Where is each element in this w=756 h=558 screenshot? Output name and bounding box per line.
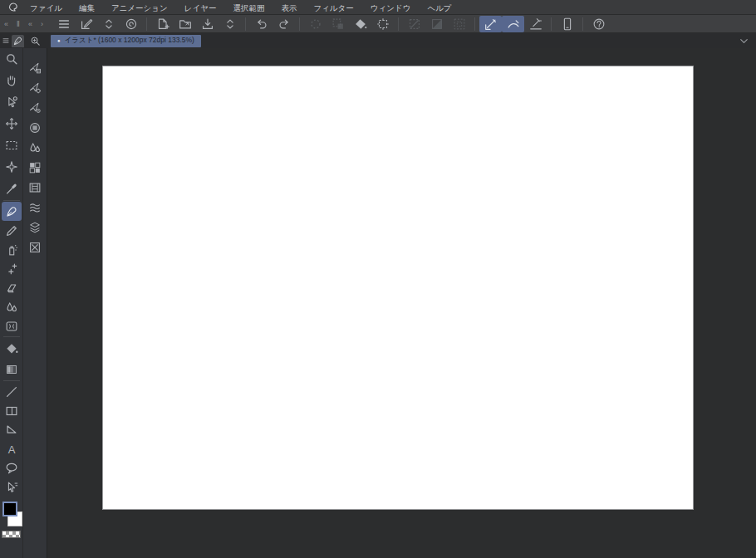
cs-help-icon	[592, 17, 606, 32]
hand-tool[interactable]	[2, 70, 22, 91]
balloon-tool[interactable]	[2, 458, 22, 477]
figure-icon	[4, 384, 19, 399]
frame-border-tool[interactable]	[2, 401, 22, 420]
ruler-tool-icon	[4, 423, 19, 438]
line-correct-tool[interactable]	[2, 477, 22, 497]
text-tool[interactable]	[2, 439, 22, 458]
clip-studio-logo-icon[interactable]	[3, 1, 22, 14]
subtool-film[interactable]	[25, 178, 45, 198]
liquify-tool[interactable]	[2, 316, 22, 335]
clip-circle-icon	[124, 17, 139, 32]
delete-selection-button[interactable]	[304, 16, 326, 32]
blend-tool[interactable]	[2, 297, 22, 316]
figure-tool[interactable]	[2, 382, 22, 401]
menu-items: ファイル編集アニメーションレイヤー選択範囲表示フィルターウィンドウヘルプ	[22, 0, 460, 15]
menu-item-9[interactable]: ヘルプ	[419, 3, 459, 12]
menu-item-1[interactable]: ファイル	[22, 3, 71, 12]
eraser-tool[interactable]	[2, 278, 22, 297]
tablet-mode-button[interactable]	[556, 16, 578, 32]
undo-button[interactable]	[250, 16, 272, 32]
pen-tool[interactable]	[2, 202, 22, 221]
fill-cmd-icon	[353, 17, 368, 32]
subtool-kite-gear[interactable]	[25, 78, 45, 98]
decoration-tool[interactable]	[2, 259, 22, 278]
layer-move-tool[interactable]	[2, 113, 22, 135]
commandbar-separator	[245, 17, 246, 31]
commandbar-separator	[398, 17, 399, 31]
change-canvas-size-button[interactable]	[371, 16, 394, 32]
pencil-tool[interactable]	[2, 221, 22, 240]
ruler-tool[interactable]	[2, 420, 22, 439]
invert-selection-button[interactable]	[425, 16, 448, 32]
menu-item-6[interactable]: 表示	[272, 3, 305, 12]
document-tab[interactable]: ● イラスト* (1600 x 1200px 72dpi 133.5%)	[51, 35, 201, 47]
snap-to-ruler-button[interactable]	[479, 16, 502, 32]
transparent-color-swatch[interactable]	[2, 531, 21, 538]
save-options-button[interactable]	[218, 16, 241, 32]
save-icon	[200, 17, 215, 32]
tab-overflow-chevron-down-icon[interactable]	[738, 35, 749, 46]
new-file-button[interactable]	[151, 16, 174, 32]
main-color-swatch[interactable]	[2, 502, 17, 516]
snap-to-special-ruler-button[interactable]	[502, 16, 524, 32]
tab-modified-bullet: ●	[57, 38, 61, 43]
gradient-tool[interactable]	[2, 359, 22, 379]
snap-to-grid-button[interactable]	[524, 16, 547, 32]
deselect-button[interactable]	[403, 16, 425, 32]
collapse-palette-icon[interactable]: «	[4, 20, 8, 28]
auto-select-tool[interactable]	[2, 156, 22, 178]
document-tab-bar: ● イラスト* (1600 x 1200px 72dpi 133.5%)	[47, 33, 756, 48]
menu-item-5[interactable]: 選択範囲	[224, 3, 272, 12]
liquify-icon	[4, 319, 19, 334]
subtool-circle-frame[interactable]	[25, 118, 45, 138]
selection-area-tool[interactable]	[2, 135, 22, 156]
tool-palette-menu-icon[interactable]	[2, 37, 10, 45]
main-menu-icon	[56, 17, 71, 32]
layer-stack-icon	[27, 220, 42, 235]
subtool-kite-ladder[interactable]	[25, 58, 45, 78]
menu-item-7[interactable]: フィルター	[305, 3, 361, 12]
collapse-palette-icon-2[interactable]: «	[28, 20, 32, 28]
subtool-wave-layers[interactable]	[25, 198, 45, 218]
commandbar-expand-button[interactable]	[97, 16, 120, 32]
selection-border-button[interactable]	[448, 16, 470, 32]
save-button[interactable]	[196, 16, 218, 32]
operate-icon	[4, 95, 19, 110]
subtool-palette	[23, 48, 47, 558]
clip-studio-help-button[interactable]	[587, 16, 610, 32]
canvas-size-icon	[376, 17, 390, 32]
zoom-arrow-icon[interactable]	[29, 35, 42, 47]
menu-item-4[interactable]: レイヤー	[176, 3, 225, 12]
menu-item-8[interactable]: ウィンドウ	[362, 3, 420, 12]
menu-item-2[interactable]: 編集	[71, 3, 103, 12]
zoom-tool[interactable]	[2, 48, 22, 70]
palette-divider-icon[interactable]: ‖	[17, 20, 20, 28]
subtool-drops[interactable]	[25, 138, 45, 158]
operate-tool[interactable]	[2, 91, 22, 113]
quick-access-button[interactable]	[75, 16, 97, 32]
redo-button[interactable]	[272, 16, 295, 32]
subtool-kite-target[interactable]	[25, 98, 45, 118]
fill-tool[interactable]	[2, 338, 22, 359]
menu-item-3[interactable]: アニメーション	[103, 3, 176, 12]
clip-studio-paint-window: ファイル編集アニメーションレイヤー選択範囲表示フィルターウィンドウヘルプ « ‖…	[0, 0, 756, 558]
clear-outside-selection-button[interactable]	[326, 16, 349, 32]
open-clip-studio-button[interactable]	[120, 16, 142, 32]
airbrush-tool[interactable]	[2, 240, 22, 259]
expand-palette-icon[interactable]: ›	[41, 20, 43, 28]
open-file-button[interactable]	[174, 16, 196, 32]
wave-layers-icon	[27, 200, 42, 215]
eyedropper-tool[interactable]	[2, 178, 22, 199]
document-canvas[interactable]	[102, 66, 694, 510]
subtool-layer-stack[interactable]	[25, 218, 45, 237]
fill-button[interactable]	[349, 16, 371, 32]
commandbar-separator	[299, 17, 300, 31]
pen-icon	[4, 204, 19, 219]
subtool-grid-panel[interactable]	[25, 158, 45, 178]
subtool-crossed-box[interactable]	[25, 237, 45, 257]
tool-palette-tab-pen-icon[interactable]	[12, 35, 24, 47]
tablet-icon	[560, 17, 575, 32]
commandbar-separator	[474, 17, 475, 31]
grid-panel-icon	[27, 160, 42, 175]
main-menu-button[interactable]	[52, 16, 75, 32]
